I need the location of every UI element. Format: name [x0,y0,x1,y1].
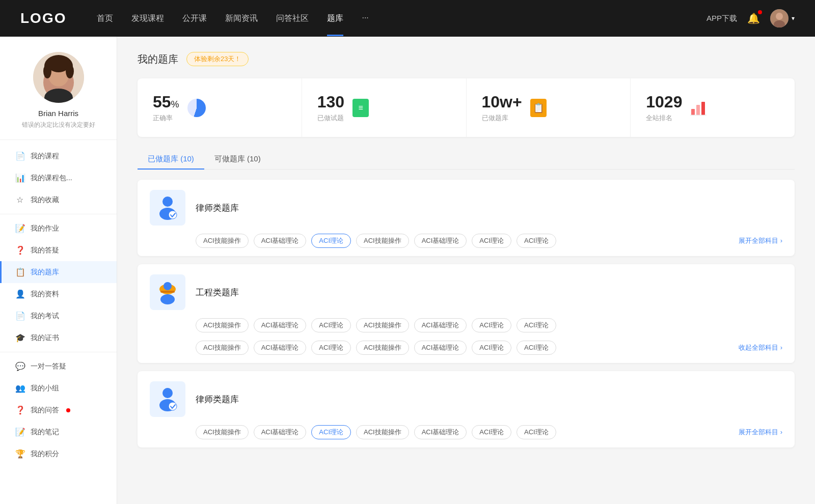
nav-links: 首页 发现课程 公开课 新闻资讯 问答社区 题库 ··· [97,13,707,24]
nav-qbank[interactable]: 题库 [327,13,343,24]
tag-item[interactable]: ACI理论 [472,234,511,248]
qbank-tags-lawyer-1: ACI技能操作 ACI基础理论 ACI理论 ACI技能操作 ACI基础理论 AC… [138,234,795,256]
expand-link-lawyer-1[interactable]: 展开全部科目 › [739,236,782,245]
points-icon: 🏆 [15,449,24,459]
sidebar-item-certificate[interactable]: 🎓 我的证书 [0,327,117,349]
tag-item[interactable]: ACI基础理论 [254,318,307,332]
qbank-card-lawyer-1: 律师类题库 ACI技能操作 ACI基础理论 ACI理论 ACI技能操作 ACI基… [138,180,795,256]
tag-item[interactable]: ACI基础理论 [414,425,467,439]
collapse-link-engineer[interactable]: 收起全部科目 › [739,343,782,352]
nav-opencourse[interactable]: 公开课 [182,13,207,24]
tag-item[interactable]: ACI技能操作 [356,234,409,248]
sidebar-menu: 📄 我的课程 📊 我的课程包... ☆ 我的收藏 📝 我的作业 ❓ 我的答疑 � [0,140,117,470]
nav-qa[interactable]: 问答社区 [276,13,309,24]
sidebar-divider [0,214,117,214]
avatar [770,9,789,27]
stat-value-accuracy: 55% [153,93,179,111]
qbank-name-lawyer-2: 律师类题库 [196,394,782,405]
tag-item-active[interactable]: ACI理论 [311,234,351,248]
tag-item[interactable]: ACI理论 [311,341,351,355]
tag-item-active[interactable]: ACI理论 [311,425,351,439]
qbank-header-lawyer-1: 律师类题库 [138,180,795,234]
sidebar-item-qa[interactable]: ❓ 我的问答 [0,399,117,421]
tag-item[interactable]: ACI技能操作 [356,425,409,439]
sidebar-item-points[interactable]: 🏆 我的积分 [0,443,117,465]
sidebar-item-course-package[interactable]: 📊 我的课程包... [0,167,117,189]
tag-item[interactable]: ACI技能操作 [196,425,249,439]
sidebar-item-exam[interactable]: 📄 我的考试 [0,305,117,327]
sidebar-item-label: 我的证书 [31,333,59,343]
group-icon: 👥 [15,383,24,393]
homework-icon: 📝 [15,223,24,233]
tag-item[interactable]: ACI理论 [311,318,351,332]
tag-item[interactable]: ACI基础理论 [414,234,467,248]
tag-item[interactable]: ACI技能操作 [196,234,249,248]
tag-item[interactable]: ACI理论 [472,318,511,332]
sidebar-item-courses[interactable]: 📄 我的课程 [0,145,117,167]
tag-item[interactable]: ACI基础理论 [254,341,307,355]
notification-bell[interactable]: 🔔 [747,12,760,24]
nav-right: APP下载 🔔 ▾ [707,9,795,27]
tabs-row: 已做题库 (10) 可做题库 (10) [138,149,795,170]
qbank-name-engineer: 工程类题库 [196,287,782,298]
sidebar-item-label: 我的答疑 [31,246,59,255]
tab-done-qbanks[interactable]: 已做题库 (10) [138,149,204,169]
profile-icon: 👤 [15,289,24,299]
tag-item[interactable]: ACI理论 [517,234,556,248]
stat-text-done: 130 已做试题 [317,93,344,123]
tag-item[interactable]: ACI理论 [517,341,556,355]
nav-more[interactable]: ··· [362,13,368,24]
top-navigation: LOGO 首页 发现课程 公开课 新闻资讯 问答社区 题库 ··· APP下载 … [0,0,815,37]
tag-item[interactable]: ACI理论 [517,318,556,332]
tag-item[interactable]: ACI技能操作 [196,318,249,332]
tag-item[interactable]: ACI理论 [517,425,556,439]
sidebar-item-label: 我的资料 [31,290,59,299]
tag-item[interactable]: ACI理论 [472,425,511,439]
questions-icon: ❓ [15,245,24,255]
app-download-link[interactable]: APP下载 [707,14,737,23]
qbank-card-lawyer-2: 律师类题库 ACI技能操作 ACI基础理论 ACI理论 ACI技能操作 ACI基… [138,371,795,447]
trial-badge: 体验剩余23天！ [186,52,249,66]
sidebar-item-favorites[interactable]: ☆ 我的收藏 [0,189,117,211]
sidebar-item-label: 我的小组 [31,384,59,393]
profile-avatar [33,52,84,103]
tag-item[interactable]: ACI基础理论 [414,318,467,332]
tag-item[interactable]: ACI基础理论 [414,341,467,355]
sidebar-item-label: 我的问答 [31,406,59,415]
stat-value-qbank: 10w+ [482,93,522,111]
expand-link-lawyer-2[interactable]: 展开全部科目 › [739,428,782,437]
sidebar-item-tutor[interactable]: 💬 一对一答疑 [0,355,117,377]
tag-item[interactable]: ACI技能操作 [356,318,409,332]
sidebar-item-qbank[interactable]: 📋 我的题库 [0,261,117,283]
tag-item[interactable]: ACI技能操作 [356,341,409,355]
nav-home[interactable]: 首页 [97,13,113,24]
qbank-header-lawyer-2: 律师类题库 [138,371,795,425]
sidebar-item-label: 我的课程 [31,152,59,161]
sidebar-item-label: 我的笔记 [31,428,59,437]
tag-item[interactable]: ACI技能操作 [196,341,249,355]
courses-icon: 📄 [15,151,24,161]
user-avatar-menu[interactable]: ▾ [770,9,795,27]
nav-news[interactable]: 新闻资讯 [225,13,258,24]
sidebar-item-profile[interactable]: 👤 我的资料 [0,283,117,305]
sidebar-item-group[interactable]: 👥 我的小组 [0,377,117,399]
qbank-icon-engineer [150,274,185,310]
svg-rect-12 [696,105,700,115]
sidebar-item-questions[interactable]: ❓ 我的答疑 [0,239,117,261]
sidebar-item-homework[interactable]: 📝 我的作业 [0,217,117,239]
sidebar-item-notes[interactable]: 📝 我的笔记 [0,421,117,443]
qbank-icon-lawyer [150,190,185,226]
exam-icon: 📄 [15,311,24,321]
nav-discover[interactable]: 发现课程 [131,13,164,24]
page-header: 我的题库 体验剩余23天！ [138,52,795,66]
qbank-tags-lawyer-2: ACI技能操作 ACI基础理论 ACI理论 ACI技能操作 ACI基础理论 AC… [138,425,795,447]
tag-item[interactable]: ACI基础理论 [254,234,307,248]
stat-label-qbank: 已做题库 [482,114,522,123]
tag-item[interactable]: ACI理论 [472,341,511,355]
svg-point-8 [43,64,51,78]
tag-item[interactable]: ACI基础理论 [254,425,307,439]
stat-text-qbank: 10w+ 已做题库 [482,93,522,123]
tab-available-qbanks[interactable]: 可做题库 (10) [204,149,271,169]
logo: LOGO [20,10,66,26]
main-wrapper: Brian Harris 错误的决定比没有决定要好 📄 我的课程 📊 我的课程包… [0,37,815,504]
